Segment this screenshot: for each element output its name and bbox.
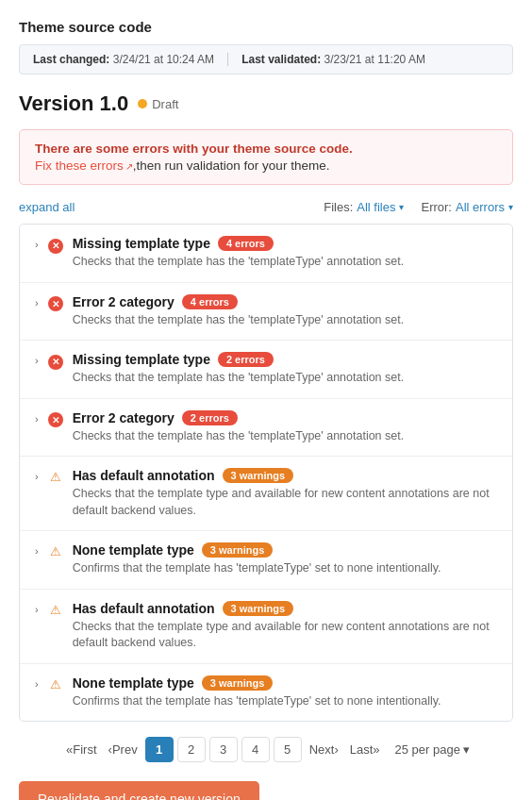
item-description: Checks that the template type and availa… bbox=[73, 619, 497, 652]
item-description: Checks that the template has the 'templa… bbox=[73, 370, 497, 387]
page-2-button[interactable]: 2 bbox=[177, 737, 206, 762]
item-title: Has default annotation bbox=[73, 601, 215, 616]
list-item: ›⚠Has default annotation3 warningsChecks… bbox=[20, 590, 512, 664]
list-item: ›✕Missing template type2 errorsChecks th… bbox=[20, 341, 512, 399]
next-button[interactable]: Next › bbox=[306, 738, 342, 761]
expand-chevron-icon[interactable]: › bbox=[35, 604, 39, 615]
warning-icon: ⚠ bbox=[48, 543, 63, 559]
list-item: ›✕Error 2 category4 errorsChecks that th… bbox=[20, 283, 512, 342]
version-row: Version 1.0 Draft bbox=[19, 92, 513, 116]
expand-all-link[interactable]: expand all bbox=[19, 200, 75, 214]
item-badge: 2 errors bbox=[218, 352, 274, 367]
error-icon: ✕ bbox=[48, 411, 63, 428]
item-title: Missing template type bbox=[73, 236, 210, 251]
item-description: Checks that the template has the 'templa… bbox=[73, 254, 497, 271]
per-page-selector[interactable]: 25 per page ▾ bbox=[395, 742, 470, 757]
fix-errors-link[interactable]: Fix these errors↗ bbox=[35, 158, 133, 173]
warning-icon: ⚠ bbox=[48, 676, 63, 692]
version-title: Version 1.0 bbox=[19, 92, 128, 116]
item-title: Missing template type bbox=[73, 352, 210, 367]
item-title: Error 2 category bbox=[73, 410, 175, 425]
item-description: Checks that the template type and availa… bbox=[73, 486, 497, 519]
list-item: ›⚠Has default annotation3 warningsChecks… bbox=[20, 457, 512, 531]
list-item: ›⚠None template type3 warningsConfirms t… bbox=[20, 664, 512, 722]
right-chevron-icon: › bbox=[334, 742, 338, 757]
item-badge: 2 errors bbox=[182, 410, 238, 425]
double-right-icon: » bbox=[373, 742, 379, 757]
item-title: Error 2 category bbox=[73, 294, 175, 309]
meta-divider bbox=[227, 53, 228, 66]
banner-body: Fix these errors↗,then run validation fo… bbox=[35, 158, 497, 173]
draft-badge: Draft bbox=[138, 97, 178, 111]
page-1-button[interactable]: 1 bbox=[145, 737, 174, 762]
revalidate-button[interactable]: Revalidate and create new version bbox=[19, 781, 259, 800]
expand-chevron-icon[interactable]: › bbox=[35, 239, 39, 250]
item-description: Confirms that the template has 'template… bbox=[73, 560, 497, 577]
expand-chevron-icon[interactable]: › bbox=[35, 471, 39, 482]
expand-chevron-icon[interactable]: › bbox=[35, 678, 39, 690]
last-changed: Last changed: 3/24/21 at 10:24 AM bbox=[33, 53, 214, 66]
files-chevron-icon: ▾ bbox=[399, 202, 404, 212]
item-description: Checks that the template has the 'templa… bbox=[73, 428, 497, 445]
last-validated: Last validated: 3/23/21 at 11:20 AM bbox=[241, 53, 425, 66]
list-item: ›⚠None template type3 warningsConfirms t… bbox=[20, 531, 512, 590]
page-title: Theme source code bbox=[19, 19, 513, 35]
error-banner: There are some errors with your theme so… bbox=[19, 129, 513, 185]
item-badge: 4 errors bbox=[182, 294, 238, 309]
error-icon: ✕ bbox=[48, 237, 63, 254]
error-filter[interactable]: Error: All errors ▾ bbox=[421, 200, 513, 214]
controls-row: expand all Files: All files ▾ Error: All… bbox=[19, 200, 513, 214]
banner-title: There are some errors with your theme so… bbox=[35, 142, 497, 156]
page-5-button[interactable]: 5 bbox=[274, 737, 302, 762]
item-badge: 4 errors bbox=[218, 236, 274, 251]
error-chevron-icon: ▾ bbox=[508, 202, 513, 212]
item-badge: 3 warnings bbox=[223, 468, 293, 483]
draft-label: Draft bbox=[152, 97, 178, 111]
expand-chevron-icon[interactable]: › bbox=[35, 413, 39, 425]
prev-button[interactable]: ‹ Prev bbox=[105, 738, 141, 761]
item-title: None template type bbox=[73, 675, 194, 691]
draft-dot-icon bbox=[138, 99, 147, 108]
item-badge: 3 warnings bbox=[202, 675, 273, 691]
item-description: Checks that the template has the 'templa… bbox=[73, 312, 497, 329]
item-badge: 3 warnings bbox=[202, 542, 273, 558]
filters: Files: All files ▾ Error: All errors ▾ bbox=[324, 200, 513, 214]
expand-chevron-icon[interactable]: › bbox=[35, 545, 39, 557]
external-link-icon: ↗ bbox=[125, 161, 133, 172]
files-filter-value: All files bbox=[357, 200, 395, 214]
double-left-icon: « bbox=[66, 742, 73, 757]
item-badge: 3 warnings bbox=[223, 601, 293, 616]
meta-bar: Last changed: 3/24/21 at 10:24 AM Last v… bbox=[19, 44, 513, 75]
warning-icon: ⚠ bbox=[48, 469, 63, 485]
item-description: Confirms that the template has 'template… bbox=[73, 693, 497, 710]
last-button[interactable]: Last » bbox=[346, 738, 384, 761]
expand-chevron-icon[interactable]: › bbox=[35, 355, 39, 366]
first-button[interactable]: « First bbox=[62, 738, 101, 761]
item-title: None template type bbox=[73, 542, 194, 558]
items-list: ›✕Missing template type4 errorsChecks th… bbox=[19, 224, 513, 722]
error-icon: ✕ bbox=[48, 295, 63, 312]
per-page-chevron-icon: ▾ bbox=[463, 742, 470, 757]
item-title: Has default annotation bbox=[73, 468, 215, 483]
page-4-button[interactable]: 4 bbox=[241, 737, 270, 762]
error-icon: ✕ bbox=[48, 353, 63, 370]
list-item: ›✕Missing template type4 errorsChecks th… bbox=[20, 225, 512, 283]
files-filter[interactable]: Files: All files ▾ bbox=[324, 200, 404, 214]
pagination: « First ‹ Prev 1 2 3 4 5 Next › Last » 2… bbox=[19, 737, 513, 762]
warning-icon: ⚠ bbox=[48, 602, 63, 618]
expand-chevron-icon[interactable]: › bbox=[35, 297, 39, 308]
page-3-button[interactable]: 3 bbox=[209, 737, 238, 762]
list-item: ›✕Error 2 category2 errorsChecks that th… bbox=[20, 399, 512, 458]
error-filter-value: All errors bbox=[456, 200, 505, 214]
